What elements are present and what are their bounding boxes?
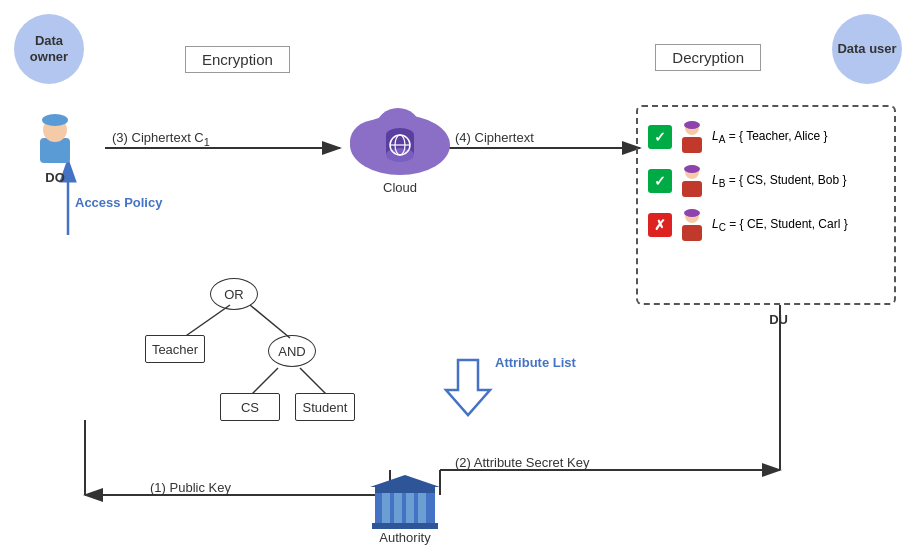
avatar-carl (678, 207, 706, 243)
svg-rect-46 (372, 523, 438, 529)
svg-marker-6 (446, 360, 490, 415)
decryption-label-box: Decryption (655, 44, 761, 71)
lb-label: LB = { CS, Student, Bob } (712, 173, 846, 189)
du-item-bob: ✓ LB = { CS, Student, Bob } (648, 163, 884, 199)
la-label: LA = { Teacher, Alice } (712, 129, 828, 145)
tree-student-node: Student (295, 393, 355, 421)
decryption-label: Decryption (672, 49, 744, 66)
lc-label: LC = { CE, Student, Carl } (712, 217, 848, 233)
svg-rect-34 (682, 181, 702, 197)
cloud-icon (340, 90, 460, 180)
or-label: OR (224, 287, 244, 302)
do-figure: DO (30, 110, 80, 185)
check-alice: ✓ (648, 125, 672, 149)
access-policy-text: Access Policy (75, 195, 162, 210)
du-box: ✓ LA = { Teacher, Alice } ✓ LB = { CS, S… (636, 105, 896, 305)
svg-rect-42 (382, 493, 390, 523)
data-owner-circle: Data owner (14, 14, 84, 84)
tree-cs-node: CS (220, 393, 280, 421)
do-label: DO (45, 170, 65, 185)
authority-container: Authority (370, 475, 440, 545)
attribute-secret-key-text: (2) Attribute Secret Key (455, 455, 589, 470)
student-label: Student (303, 400, 348, 415)
do-avatar (30, 110, 80, 170)
svg-rect-44 (406, 493, 414, 523)
du-item-carl: ✗ LC = { CE, Student, Carl } (648, 207, 884, 243)
cloud-container: Cloud (340, 90, 460, 195)
tree-and-node: AND (268, 335, 316, 367)
avatar-alice (678, 119, 706, 155)
cs-label: CS (241, 400, 259, 415)
du-label: DU (769, 312, 788, 327)
attribute-secret-key-label: (2) Attribute Secret Key (455, 455, 589, 470)
svg-point-32 (684, 121, 700, 129)
ciphertext-4-text: (4) Ciphertext (455, 130, 534, 145)
public-key-text: (1) Public Key (150, 480, 231, 495)
svg-marker-41 (370, 475, 440, 487)
check-carl: ✗ (648, 213, 672, 237)
check-bob: ✓ (648, 169, 672, 193)
svg-line-14 (250, 305, 290, 338)
svg-rect-43 (394, 493, 402, 523)
attribute-list-label: Attribute List (495, 355, 576, 370)
and-label: AND (278, 344, 305, 359)
attribute-list-text: Attribute List (495, 355, 576, 370)
svg-point-19 (42, 114, 68, 126)
data-owner-label: Data owner (14, 33, 84, 64)
svg-rect-45 (418, 493, 426, 523)
encryption-label: Encryption (202, 51, 273, 68)
tree-or-node: OR (210, 278, 258, 310)
du-text: DU (769, 312, 788, 327)
du-items-list: ✓ LA = { Teacher, Alice } ✓ LB = { CS, S… (638, 107, 894, 261)
cloud-label: Cloud (383, 180, 417, 195)
svg-rect-37 (682, 225, 702, 241)
svg-point-38 (684, 209, 700, 217)
data-user-circle: Data user (832, 14, 902, 84)
svg-rect-31 (682, 137, 702, 153)
authority-icon (370, 475, 440, 530)
ciphertext-c1-text: (3) Ciphertext C1 (112, 130, 210, 145)
encryption-label-box: Encryption (185, 46, 290, 73)
public-key-label: (1) Public Key (150, 480, 231, 495)
ciphertext-c1-label: (3) Ciphertext C1 (112, 130, 210, 148)
teacher-label: Teacher (152, 342, 198, 357)
authority-label: Authority (379, 530, 430, 545)
diagram-container: Data owner Data user Encryption Decrypti… (0, 0, 916, 560)
du-item-alice: ✓ LA = { Teacher, Alice } (648, 119, 884, 155)
ciphertext-4-label: (4) Ciphertext (455, 130, 534, 145)
svg-point-35 (684, 165, 700, 173)
avatar-bob (678, 163, 706, 199)
tree-teacher-node: Teacher (145, 335, 205, 363)
data-user-label: Data user (837, 41, 896, 57)
access-policy-label: Access Policy (75, 195, 162, 210)
